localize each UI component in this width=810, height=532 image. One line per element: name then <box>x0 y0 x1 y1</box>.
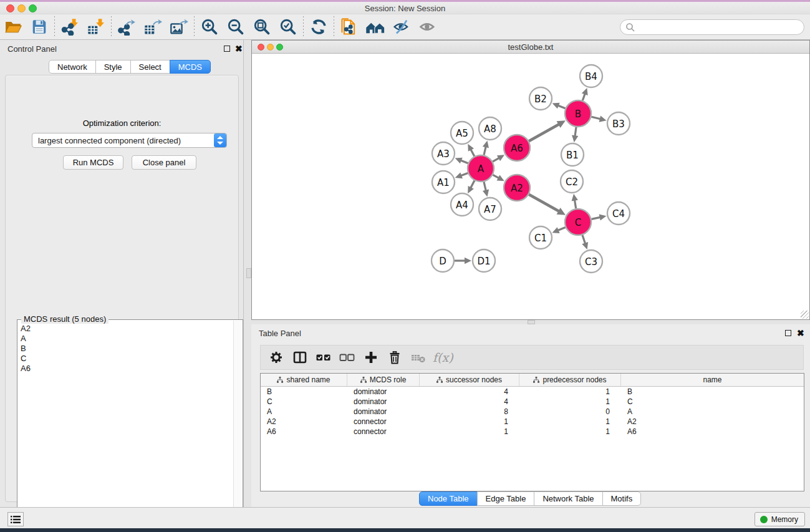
zoom-out-icon[interactable] <box>223 16 249 38</box>
deselect-all-icon[interactable] <box>335 347 359 368</box>
result-item-B[interactable]: B <box>19 344 233 354</box>
export-table-icon[interactable] <box>140 16 166 38</box>
network-window-titlebar[interactable]: testGlobe.txt <box>252 41 809 54</box>
select-all-icon[interactable] <box>312 347 335 368</box>
cell-predecessor-nodes[interactable]: 0 <box>519 407 621 417</box>
close-panel-button[interactable]: Close panel <box>132 155 196 170</box>
tab-mcds[interactable]: MCDS <box>170 60 211 74</box>
graph-edge-C-C4[interactable] <box>592 217 601 219</box>
show-graphics-details-icon[interactable] <box>388 16 415 38</box>
task-history-button[interactable] <box>7 512 24 526</box>
tab-select[interactable]: Select <box>130 60 170 74</box>
close-panel-icon[interactable]: ✖ <box>235 44 243 54</box>
column-header-name[interactable]: name <box>621 374 804 386</box>
save-session-icon[interactable] <box>26 16 52 38</box>
graph-edge-C-C1[interactable] <box>557 227 566 230</box>
cell-MCDS-role[interactable]: dominator <box>347 397 420 407</box>
cell-shared-name[interactable]: A <box>261 407 347 417</box>
cell-MCDS-role[interactable]: connector <box>347 417 420 427</box>
cell-name[interactable]: B <box>621 387 804 397</box>
export-network-icon[interactable] <box>113 16 140 38</box>
export-image-icon[interactable] <box>166 16 192 38</box>
splitter-handle-horizontal[interactable] <box>528 320 535 324</box>
graph-edge-C-C3[interactable] <box>582 235 586 244</box>
result-item-A2[interactable]: A2 <box>19 324 233 334</box>
graph-edge-A2-C[interactable] <box>529 195 559 212</box>
table-row-A2[interactable]: A2connector11A2 <box>261 417 804 427</box>
column-header-MCDS-role[interactable]: MCDS role <box>347 374 420 386</box>
tab-network[interactable]: Network <box>49 60 96 74</box>
network-canvas[interactable]: B4B2BB3A5A8A6A3AB1A1C2A4A7A2CC4C1C3DD1 <box>252 54 809 319</box>
cell-MCDS-role[interactable]: dominator <box>347 407 420 417</box>
apply-layout-icon[interactable] <box>362 16 388 38</box>
cell-predecessor-nodes[interactable]: 1 <box>519 427 621 437</box>
column-header-successor-nodes[interactable]: successor nodes <box>420 374 519 386</box>
table-row-C[interactable]: Cdominator41C <box>261 397 804 407</box>
table-row-A[interactable]: Adominator80A <box>261 407 804 417</box>
search-field[interactable] <box>620 19 804 35</box>
cell-successor-nodes[interactable]: 4 <box>420 387 519 397</box>
graph-edge-A-A7[interactable] <box>484 181 486 191</box>
zoom-fit-icon[interactable] <box>249 16 275 38</box>
delete-icon[interactable] <box>383 347 407 368</box>
zoom-in-icon[interactable] <box>196 16 223 38</box>
tab-motifs[interactable]: Motifs <box>602 491 642 506</box>
memory-button[interactable]: Memory <box>755 512 805 526</box>
cell-predecessor-nodes[interactable]: 1 <box>519 397 621 407</box>
graph-edge-A-A5[interactable] <box>471 149 475 157</box>
float-panel-icon[interactable] <box>785 330 791 336</box>
graph-edge-A6-B[interactable] <box>529 124 559 142</box>
open-file-icon[interactable] <box>0 16 26 38</box>
add-icon[interactable] <box>359 347 383 368</box>
cell-successor-nodes[interactable]: 4 <box>420 397 519 407</box>
cell-name[interactable]: A6 <box>621 427 804 437</box>
run-mcds-button[interactable]: Run MCDS <box>63 155 123 170</box>
tab-style[interactable]: Style <box>95 60 131 74</box>
column-header-shared-name[interactable]: shared name <box>261 374 347 386</box>
float-panel-icon[interactable] <box>224 46 230 52</box>
cell-name[interactable]: C <box>621 397 804 407</box>
graph-edge-A-A4[interactable] <box>470 181 475 189</box>
result-scrollbar[interactable] <box>233 321 242 531</box>
cell-name[interactable]: A <box>621 407 804 417</box>
cell-shared-name[interactable]: B <box>261 387 347 397</box>
table-row-A6[interactable]: A6connector11A6 <box>261 427 804 437</box>
graph-edge-A-A3[interactable] <box>460 160 468 163</box>
tab-node-table[interactable]: Node Table <box>419 491 478 506</box>
cell-name[interactable]: A2 <box>621 417 804 427</box>
import-network-icon[interactable] <box>57 16 83 38</box>
cell-successor-nodes[interactable]: 1 <box>420 417 519 427</box>
criterion-dropdown[interactable]: largest connected component (directed) <box>32 133 227 148</box>
window-resize-grip[interactable] <box>801 311 809 319</box>
result-item-A[interactable]: A <box>19 334 233 344</box>
cell-successor-nodes[interactable]: 1 <box>420 427 519 437</box>
tab-network-table[interactable]: Network Table <box>534 491 602 506</box>
cell-MCDS-role[interactable]: dominator <box>347 387 420 397</box>
eye-icon[interactable] <box>415 16 441 38</box>
zoom-selected-icon[interactable] <box>275 16 301 38</box>
column-header-predecessor-nodes[interactable]: predecessor nodes <box>519 374 621 386</box>
cell-successor-nodes[interactable]: 8 <box>420 407 519 417</box>
cell-shared-name[interactable]: A2 <box>261 417 347 427</box>
network-from-selection-icon[interactable] <box>336 16 362 38</box>
search-input[interactable] <box>635 21 804 34</box>
gear-icon[interactable] <box>264 347 288 368</box>
graph-edge-B-B1[interactable] <box>575 127 576 137</box>
cell-MCDS-role[interactable]: connector <box>347 427 420 437</box>
refresh-icon[interactable] <box>306 16 332 38</box>
graph-edge-C-C2[interactable] <box>574 200 576 209</box>
cell-predecessor-nodes[interactable]: 1 <box>519 417 621 427</box>
import-table-icon[interactable] <box>83 16 109 38</box>
splitter-handle-vertical[interactable] <box>246 268 251 278</box>
cell-predecessor-nodes[interactable]: 1 <box>519 387 621 397</box>
graph-edge-A-A8[interactable] <box>484 146 486 155</box>
result-item-C[interactable]: C <box>19 354 233 364</box>
result-item-A6[interactable]: A6 <box>19 364 233 374</box>
close-panel-icon[interactable]: ✖ <box>797 328 804 338</box>
graph-edge-B-B3[interactable] <box>591 117 600 119</box>
tab-edge-table[interactable]: Edge Table <box>477 491 535 506</box>
cell-shared-name[interactable]: A6 <box>261 427 347 437</box>
table-row-B[interactable]: Bdominator41B <box>261 387 804 397</box>
graph-edge-B-B2[interactable] <box>557 105 566 109</box>
cell-shared-name[interactable]: C <box>261 397 347 407</box>
